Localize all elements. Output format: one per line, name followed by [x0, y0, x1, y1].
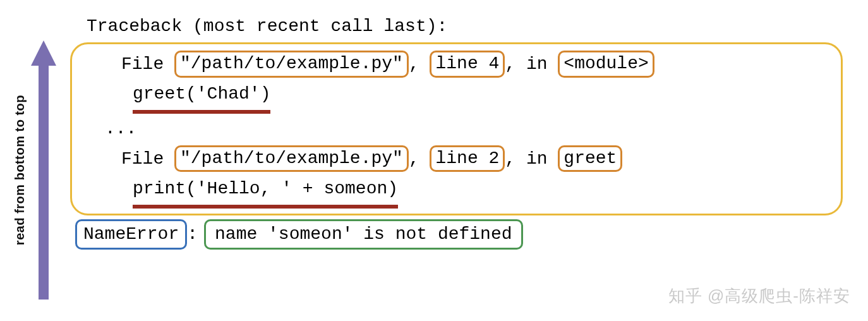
error-type-box: NameError: [75, 219, 187, 250]
error-message-box: name 'someon' is not defined: [204, 219, 522, 250]
traceback-content: Traceback (most recent call last): File …: [70, 13, 843, 308]
arrow-up-icon: [31, 40, 56, 300]
frame-prefix: File: [121, 54, 174, 74]
frame-path-token: "/path/to/example.py": [174, 145, 409, 172]
traceback-header: Traceback (most recent call last):: [70, 13, 843, 41]
frame-line-token: line 4: [430, 51, 505, 77]
traceback-ellipsis: ...: [88, 114, 828, 144]
frame-1-location: File "/path/to/example.py", line 2, in g…: [88, 144, 828, 174]
frame-scope-token: <module>: [558, 51, 654, 77]
arrow-label: read from bottom to top: [13, 95, 27, 245]
svg-marker-0: [31, 40, 56, 300]
frame-scope-token: greet: [558, 145, 622, 172]
frame-sep: ,: [409, 54, 430, 74]
frame-sep: ,: [409, 149, 430, 169]
traceback-frames-box: File "/path/to/example.py", line 4, in <…: [70, 42, 843, 215]
error-line: NameError: name 'someon' is not defined: [70, 219, 843, 250]
diagram-root: read from bottom to top Traceback (most …: [13, 13, 843, 308]
frame-1-code: print('Hello, ' + someon): [88, 174, 828, 209]
frame-code-underlined: greet('Chad'): [133, 79, 270, 114]
arrow-row: read from bottom to top: [13, 44, 56, 296]
frame-0-code: greet('Chad'): [88, 79, 828, 114]
frame-0-location: File "/path/to/example.py", line 4, in <…: [88, 49, 828, 80]
arrow-column: read from bottom to top: [13, 13, 56, 308]
frame-prefix: File: [121, 149, 174, 169]
frame-sep: , in: [505, 149, 558, 169]
frame-path-token: "/path/to/example.py": [174, 51, 409, 77]
error-colon: :: [187, 221, 198, 248]
frame-code-underlined: print('Hello, ' + someon): [133, 174, 398, 209]
frame-sep: , in: [505, 54, 558, 74]
frame-line-token: line 2: [430, 145, 505, 172]
